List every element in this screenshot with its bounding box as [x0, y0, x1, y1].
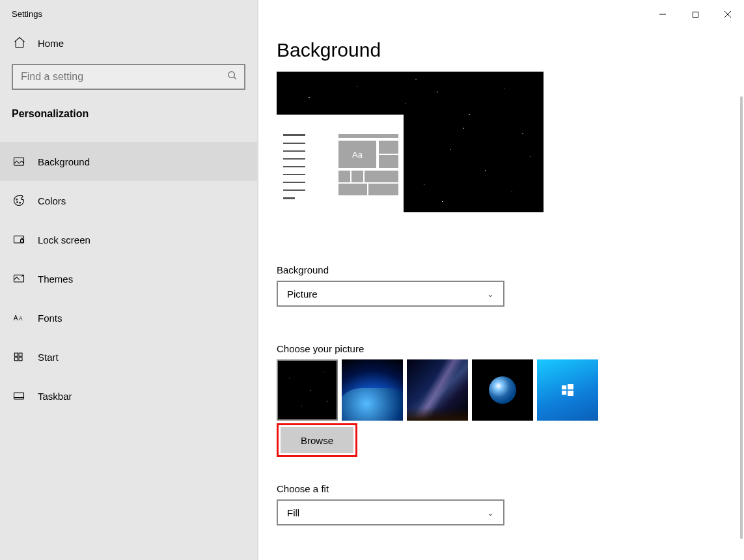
sidebar-item-start[interactable]: Start: [0, 337, 257, 376]
sidebar-item-colors[interactable]: Colors: [0, 181, 257, 220]
sidebar-item-fonts[interactable]: AA Fonts: [0, 298, 257, 337]
scrollbar[interactable]: [740, 96, 743, 539]
start-icon: [12, 350, 26, 364]
preview-aa: Aa: [338, 141, 376, 168]
close-button[interactable]: [711, 5, 744, 23]
maximize-button[interactable]: [679, 5, 711, 23]
minimize-button[interactable]: [646, 5, 679, 23]
search-field[interactable]: [21, 71, 227, 83]
sidebar-item-label: Background: [38, 156, 90, 167]
picture-icon: [12, 154, 26, 169]
lock-icon: [12, 232, 26, 247]
sidebar-item-background[interactable]: Background: [0, 142, 257, 181]
svg-rect-15: [14, 393, 24, 399]
svg-rect-24: [568, 391, 573, 396]
svg-rect-14: [19, 357, 22, 361]
window-title: Settings: [0, 0, 257, 25]
choose-picture-label: Choose your picture: [277, 343, 726, 354]
section-head: Personalization: [0, 98, 257, 129]
svg-rect-12: [19, 353, 22, 356]
thumbnail-4[interactable]: [472, 359, 533, 421]
home-button[interactable]: Home: [0, 25, 257, 61]
fit-label: Choose a fit: [277, 483, 726, 494]
nav: Background Colors Lock screen Themes AA …: [0, 142, 257, 415]
home-label: Home: [38, 38, 64, 49]
background-dropdown[interactable]: Picture ⌄: [277, 281, 504, 307]
svg-rect-21: [562, 385, 566, 389]
thumbnail-5[interactable]: [537, 359, 598, 421]
sidebar-item-lockscreen[interactable]: Lock screen: [0, 220, 257, 259]
svg-point-5: [20, 203, 21, 204]
svg-rect-11: [14, 353, 18, 356]
thumbnail-1[interactable]: [277, 359, 338, 421]
svg-rect-7: [21, 240, 23, 242]
preview-window: Aa: [277, 115, 404, 212]
thumbnail-3[interactable]: [407, 359, 468, 421]
svg-rect-22: [568, 384, 573, 389]
background-label: Background: [277, 264, 726, 275]
home-icon: [13, 36, 26, 51]
browse-highlight: Browse: [277, 423, 357, 457]
svg-text:A: A: [14, 315, 18, 322]
browse-button[interactable]: Browse: [281, 427, 353, 453]
sidebar-item-label: Lock screen: [38, 234, 90, 245]
sidebar-item-taskbar[interactable]: Taskbar: [0, 376, 257, 415]
svg-point-0: [228, 72, 234, 77]
fonts-icon: AA: [12, 311, 26, 325]
thumbnail-2[interactable]: [342, 359, 403, 421]
sidebar-item-label: Themes: [38, 273, 73, 285]
svg-rect-18: [693, 12, 698, 17]
titlebar: [258, 0, 744, 25]
chevron-down-icon: ⌄: [487, 289, 494, 299]
preview: Aa: [277, 72, 544, 212]
svg-rect-23: [562, 391, 566, 395]
main: Background Aa: [258, 0, 744, 560]
svg-point-4: [17, 202, 18, 203]
svg-rect-13: [14, 357, 18, 361]
page-title: Background: [258, 25, 744, 72]
chevron-down-icon: ⌄: [487, 508, 494, 518]
palette-icon: [12, 193, 26, 208]
fit-value: Fill: [287, 507, 299, 518]
sidebar-item-label: Taskbar: [38, 391, 72, 402]
search-input[interactable]: [12, 64, 245, 90]
sidebar-item-label: Fonts: [38, 313, 62, 324]
sidebar-item-label: Start: [38, 352, 59, 363]
themes-icon: [12, 272, 26, 286]
fit-dropdown[interactable]: Fill ⌄: [277, 499, 504, 525]
svg-text:A: A: [19, 315, 23, 322]
sidebar-item-label: Colors: [38, 195, 66, 206]
background-value: Picture: [287, 288, 318, 300]
taskbar-icon: [12, 389, 26, 403]
sidebar: Settings Home Personalization Background…: [0, 0, 258, 560]
svg-point-3: [16, 199, 18, 201]
search-icon: [227, 70, 238, 83]
picture-thumbnails: [277, 359, 726, 421]
sidebar-item-themes[interactable]: Themes: [0, 259, 257, 298]
svg-line-1: [234, 77, 236, 79]
